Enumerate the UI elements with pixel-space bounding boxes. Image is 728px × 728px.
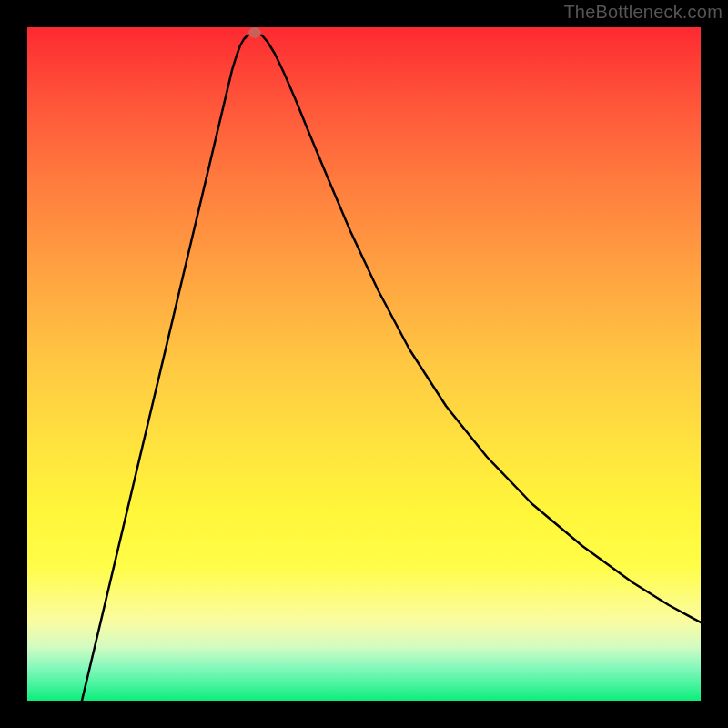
plot-area <box>27 27 701 701</box>
marker-dot <box>248 27 261 38</box>
watermark-text: TheBottleneck.com <box>563 2 723 23</box>
chart-frame: TheBottleneck.com <box>0 0 728 728</box>
bottleneck-curve <box>82 33 701 701</box>
curve-svg <box>27 27 701 701</box>
